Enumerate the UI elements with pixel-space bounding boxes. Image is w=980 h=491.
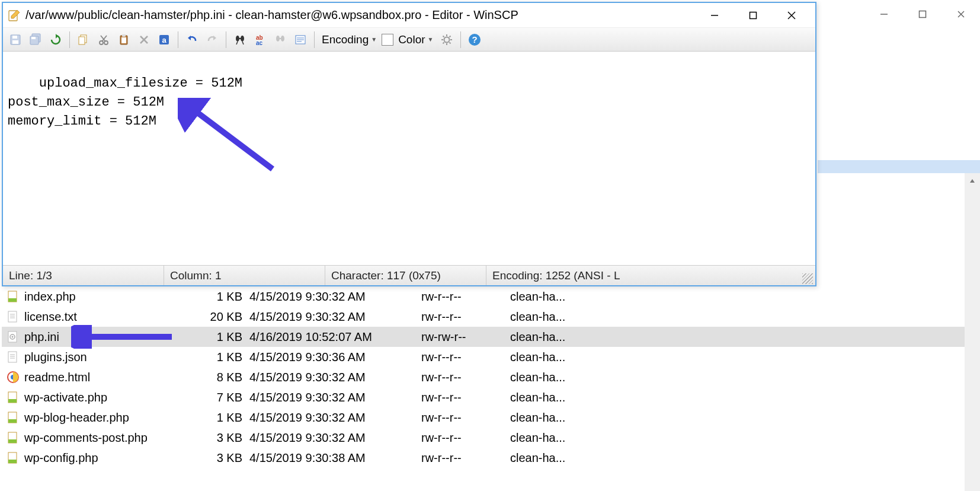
- annotation-arrow-icon: [178, 98, 284, 181]
- file-size: 1 KB: [184, 330, 249, 344]
- save-all-button[interactable]: [27, 31, 44, 49]
- refresh-button[interactable]: [47, 31, 65, 49]
- goto-button[interactable]: [292, 31, 309, 49]
- file-size: 3 KB: [184, 451, 249, 465]
- svg-line-74: [443, 36, 444, 37]
- paste-button[interactable]: [115, 31, 133, 49]
- svg-point-55: [236, 36, 239, 42]
- editor-close-button[interactable]: [772, 3, 811, 28]
- file-owner: clean-ha...: [510, 411, 605, 425]
- redo-button[interactable]: [203, 31, 221, 49]
- editor-text-area[interactable]: upload_max_filesize = 512M post_max_size…: [3, 52, 815, 265]
- toolbar-separator: [69, 31, 70, 48]
- vertical-scrollbar[interactable]: [965, 173, 980, 491]
- outer-minimize-button[interactable]: [864, 0, 903, 28]
- file-date: 4/15/2019 9:30:32 AM: [249, 310, 421, 324]
- svg-marker-39: [56, 34, 58, 39]
- svg-point-63: [281, 36, 284, 42]
- file-icon: [7, 371, 20, 384]
- svg-rect-64: [280, 38, 281, 39]
- svg-rect-38: [31, 37, 36, 39]
- toolbar-separator: [178, 31, 178, 48]
- file-row[interactable]: license.txt20 KB4/15/2019 9:30:32 AMrw-r…: [2, 307, 965, 327]
- file-owner: clean-ha...: [510, 451, 605, 465]
- encoding-dropdown[interactable]: Encoding ▼: [319, 33, 379, 46]
- svg-rect-6: [8, 298, 17, 302]
- file-row[interactable]: plugins.json1 KB4/15/2019 9:30:36 AMrw-r…: [2, 347, 965, 367]
- file-name: readme.html: [24, 371, 90, 384]
- svg-point-56: [241, 36, 244, 42]
- chevron-down-icon: ▼: [371, 36, 377, 43]
- svg-line-81: [190, 107, 273, 169]
- svg-rect-21: [8, 399, 17, 403]
- file-size: 8 KB: [184, 371, 249, 384]
- file-name: license.txt: [24, 310, 77, 324]
- file-icon: [7, 431, 20, 444]
- editor-toolbar: a abac Encoding ▼ Color ▼: [3, 28, 815, 52]
- status-character: Character: 117 (0x75): [325, 266, 486, 285]
- find-button[interactable]: [231, 31, 249, 49]
- editor-minimize-button[interactable]: [695, 3, 734, 28]
- help-button[interactable]: ?: [466, 31, 483, 49]
- svg-text:?: ?: [472, 34, 478, 44]
- file-size: 20 KB: [184, 310, 249, 324]
- svg-point-62: [276, 36, 280, 42]
- file-row[interactable]: wp-config.php3 KB4/15/2019 9:30:38 AMrw-…: [2, 448, 965, 468]
- outer-close-button[interactable]: [941, 0, 980, 28]
- encoding-label: Encoding: [322, 33, 369, 46]
- delete-button[interactable]: [135, 31, 153, 49]
- copy-button[interactable]: [75, 31, 92, 49]
- file-row[interactable]: wp-comments-post.php3 KB4/15/2019 9:30:3…: [2, 428, 965, 448]
- toolbar-separator: [226, 31, 226, 48]
- chevron-down-icon: ▼: [428, 36, 434, 43]
- file-date: 4/15/2019 9:30:36 AM: [249, 350, 421, 364]
- file-row[interactable]: php.ini1 KB4/16/2019 10:52:07 AMrw-rw-r-…: [2, 327, 965, 347]
- svg-rect-25: [8, 439, 17, 443]
- file-row[interactable]: readme.html8 KB4/15/2019 9:30:32 AMrw-r-…: [2, 367, 965, 387]
- svg-rect-57: [239, 38, 241, 39]
- settings-button[interactable]: [438, 31, 456, 49]
- editor-maximize-button[interactable]: [734, 3, 772, 28]
- outer-maximize-button[interactable]: [903, 0, 941, 28]
- replace-button[interactable]: abac: [251, 31, 269, 49]
- svg-marker-54: [213, 36, 216, 40]
- svg-rect-35: [12, 40, 18, 44]
- file-row[interactable]: wp-blog-header.php1 KB4/15/2019 9:30:32 …: [2, 407, 965, 428]
- color-dropdown[interactable]: Color ▼: [396, 33, 435, 46]
- undo-button[interactable]: [183, 31, 201, 49]
- find-next-button[interactable]: [271, 31, 289, 49]
- file-icon: [7, 310, 20, 323]
- file-size: 3 KB: [184, 431, 249, 445]
- file-name: php.ini: [24, 330, 59, 344]
- svg-rect-34: [12, 36, 17, 39]
- color-swatch[interactable]: [382, 34, 393, 46]
- outer-window-controls: [864, 0, 980, 28]
- scroll-up-icon[interactable]: [965, 173, 980, 189]
- file-owner: clean-ha...: [510, 371, 605, 384]
- file-size: 1 KB: [184, 411, 249, 425]
- status-column: Column: 1: [164, 266, 325, 285]
- svg-line-75: [450, 42, 451, 43]
- cut-button[interactable]: [95, 31, 113, 49]
- svg-point-13: [12, 336, 14, 338]
- color-label: Color: [398, 33, 425, 46]
- svg-point-69: [444, 37, 450, 42]
- editor-window: /var/www/public/clean-hamster/php.ini - …: [2, 2, 816, 286]
- select-all-button[interactable]: a: [155, 31, 173, 49]
- file-date: 4/15/2019 9:30:32 AM: [249, 411, 421, 425]
- save-button[interactable]: [7, 31, 24, 49]
- toolbar-separator: [460, 31, 461, 48]
- file-size: 1 KB: [184, 290, 249, 304]
- file-name: index.php: [24, 290, 76, 304]
- file-row[interactable]: index.php1 KB4/15/2019 9:30:32 AMrw-r--r…: [2, 286, 965, 307]
- resize-grip-icon[interactable]: [802, 273, 813, 284]
- file-owner: clean-ha...: [510, 330, 605, 344]
- file-row[interactable]: wp-activate.php7 KB4/15/2019 9:30:32 AMr…: [2, 387, 965, 407]
- svg-rect-14: [8, 352, 17, 362]
- svg-text:a: a: [162, 36, 166, 44]
- editor-titlebar[interactable]: /var/www/public/clean-hamster/php.ini - …: [3, 3, 815, 28]
- file-list: index.php1 KB4/15/2019 9:30:32 AMrw-r--r…: [2, 286, 965, 468]
- file-permissions: rw-r--r--: [421, 431, 510, 445]
- file-date: 4/15/2019 9:30:32 AM: [249, 391, 421, 404]
- file-permissions: rw-r--r--: [421, 310, 510, 324]
